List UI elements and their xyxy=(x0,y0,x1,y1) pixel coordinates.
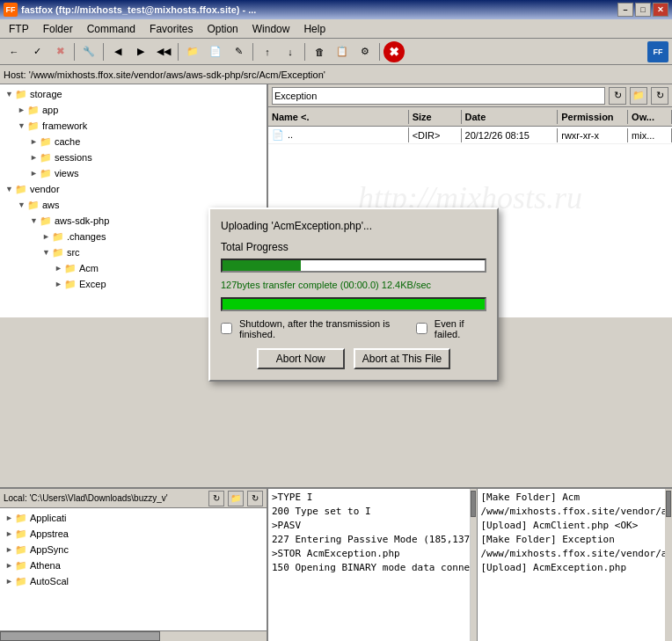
local-path-bar: Local: 'C:\Users\Vlad\Downloads\buzzy_v'… xyxy=(0,489,267,508)
bottom-local-tree[interactable]: ►📁Applicati►📁Appstrea►📁AppSync►📁Athena►📁… xyxy=(0,508,267,630)
file-size-parent: <DIR> xyxy=(409,128,462,142)
file-list-header: Name <. Size Date Permission Ow... xyxy=(268,107,672,127)
toolbar: ← ✓ ✖ 🔧 ◀ ▶ ◀◀ 📁 📄 ✎ ↑ ↓ 🗑 📋 ⚙ ✖ FF xyxy=(0,39,672,65)
toolbar-btn-10[interactable]: ↑ xyxy=(257,42,278,62)
toolbar-btn-12[interactable]: 📋 xyxy=(332,42,353,62)
dialog-progress-bar-1 xyxy=(221,259,486,273)
title-bar: FF fastfox (ftp://mixhosts_test@mixhosts… xyxy=(0,0,672,19)
toolbar-btn-9[interactable]: ✎ xyxy=(228,42,249,62)
dialog-uploading-text: Uploading 'AcmException.php'... xyxy=(221,220,486,232)
host-bar: Host: '/www/mixhosts.ffox.site/vendor/aw… xyxy=(0,65,672,84)
remote-header: ↻ 📁 ↻ xyxy=(268,84,672,107)
list-item[interactable]: ►📁Applicati xyxy=(2,510,265,526)
remote-nav-btn2[interactable]: ↻ xyxy=(651,87,668,105)
title-bar-text: fastfox (ftp://mixhosts_test@mixhosts.ff… xyxy=(21,4,256,15)
bottom-hscroll[interactable] xyxy=(0,630,267,641)
log-line: [Make Folder] Acm xyxy=(481,491,662,505)
toolbar-sep-4 xyxy=(252,43,253,61)
upload-dialog: Uploading 'AcmException.php'... Total Pr… xyxy=(208,208,499,382)
file-date-parent: 20/12/26 08:15 xyxy=(462,128,559,142)
remote-path-input[interactable] xyxy=(272,87,605,105)
menu-command[interactable]: Command xyxy=(80,21,142,37)
even-if-failed-label: Even if failed. xyxy=(435,318,486,339)
toolbar-btn-del[interactable]: 🗑 xyxy=(309,42,330,62)
log-line: >TYPE I xyxy=(272,491,466,505)
maximize-button[interactable]: □ xyxy=(635,3,651,17)
tree-item[interactable]: ▼📁framework xyxy=(2,118,265,134)
dialog-total-progress-label: Total Progress xyxy=(221,241,486,253)
progress-fill-1 xyxy=(223,260,301,271)
log-line: [Make Folder] Exception xyxy=(481,533,662,547)
even-if-failed-checkbox[interactable] xyxy=(416,323,427,334)
bottom-log-right: [Make Folder] Acm/www/mixhosts.ffox.site… xyxy=(478,489,666,641)
bottom-log-left: >TYPE I200 Type set to I>PASV227 Enterin… xyxy=(268,489,471,641)
toolbar-btn-5[interactable]: ▶ xyxy=(130,42,151,62)
tree-item[interactable]: ▼📁vendor xyxy=(2,181,265,197)
dialog-transfer-status: 127bytes transfer complete (00:00.0) 12.… xyxy=(221,280,486,290)
dialog-buttons: Abort Now Abort at This File xyxy=(221,348,486,369)
local-nav-btn2[interactable]: ↻ xyxy=(247,491,263,506)
file-row-parent[interactable]: 📄.. <DIR> 20/12/26 08:15 rwxr-xr-x mix..… xyxy=(268,127,672,144)
list-item[interactable]: ►📁AutoScal xyxy=(2,573,265,589)
file-owner-parent: mix... xyxy=(628,128,672,142)
stop-button[interactable]: ✖ xyxy=(383,41,405,62)
log-line: 227 Entering Passive Mode (185,137,235,1… xyxy=(272,533,466,547)
shutdown-checkbox[interactable] xyxy=(221,323,232,334)
list-item[interactable]: ►📁Appstrea xyxy=(2,526,265,542)
log-line: 200 Type set to I xyxy=(272,505,466,519)
file-name-parent: 📄.. xyxy=(268,127,409,142)
menu-option[interactable]: Option xyxy=(200,21,245,37)
col-header-owner[interactable]: Ow... xyxy=(628,110,672,124)
minimize-button[interactable]: – xyxy=(617,3,633,17)
title-bar-left: FF fastfox (ftp://mixhosts_test@mixhosts… xyxy=(4,3,256,17)
menu-ftp[interactable]: FTP xyxy=(2,21,36,37)
toolbar-btn-x[interactable]: ✖ xyxy=(49,42,70,62)
col-header-name[interactable]: Name <. xyxy=(268,110,409,124)
local-nav-btn1[interactable]: 📁 xyxy=(228,491,244,506)
menu-folder[interactable]: Folder xyxy=(36,21,80,37)
close-button[interactable]: ✕ xyxy=(653,3,668,17)
bottom-local-panel: Local: 'C:\Users\Vlad\Downloads\buzzy_v'… xyxy=(0,487,268,641)
local-refresh-btn[interactable]: ↻ xyxy=(208,491,224,506)
log-line: [Upload] AcmClient.php <OK> xyxy=(481,519,662,533)
host-label: Host: '/www/mixhosts.ffox.site/vendor/aw… xyxy=(4,69,325,80)
tree-item[interactable]: ►📁sessions xyxy=(2,149,265,165)
shutdown-label: Shutdown, after the transmission is fini… xyxy=(239,318,409,339)
toolbar-btn-7[interactable]: 📁 xyxy=(182,42,203,62)
toolbar-btn-13[interactable]: ⚙ xyxy=(354,42,376,62)
col-header-perm[interactable]: Permission xyxy=(558,110,628,124)
tree-item[interactable]: ►📁cache xyxy=(2,134,265,149)
toolbar-sep-6 xyxy=(379,43,380,61)
menu-favorites[interactable]: Favorites xyxy=(142,21,200,37)
list-item[interactable]: ►📁Athena xyxy=(2,557,265,573)
log-line: >PASV xyxy=(272,519,466,533)
remote-nav-btn1[interactable]: 📁 xyxy=(630,87,647,105)
log-scrollbar-right[interactable] xyxy=(665,489,672,641)
log-line: /www/mixhosts.ffox.site/vendor/a xyxy=(481,547,662,561)
tree-item[interactable]: ►📁app xyxy=(2,102,265,118)
title-bar-controls: – □ ✕ xyxy=(617,3,668,17)
menu-bar: FTP Folder Command Favorites Option Wind… xyxy=(0,19,672,39)
toolbar-sep-2 xyxy=(103,43,104,61)
remote-refresh-btn[interactable]: ↻ xyxy=(609,87,626,105)
tree-item[interactable]: ►📁views xyxy=(2,165,265,181)
dialog-progress-bar-2 xyxy=(221,297,486,311)
local-path-label: Local: 'C:\Users\Vlad\Downloads\buzzy_v' xyxy=(4,493,205,503)
watermark: http://mixhosts.ru xyxy=(268,144,672,216)
toolbar-btn-1[interactable]: ← xyxy=(4,42,25,62)
toolbar-btn-3[interactable]: 🔧 xyxy=(78,42,99,62)
toolbar-btn-4[interactable]: ◀ xyxy=(107,42,128,62)
list-item[interactable]: ►📁AppSync xyxy=(2,542,265,557)
menu-help[interactable]: Help xyxy=(296,21,332,37)
col-header-size[interactable]: Size xyxy=(409,110,462,124)
log-scrollbar-left[interactable] xyxy=(471,489,478,641)
toolbar-btn-6[interactable]: ◀◀ xyxy=(153,42,174,62)
menu-window[interactable]: Window xyxy=(245,21,297,37)
toolbar-btn-8[interactable]: 📄 xyxy=(205,42,226,62)
abort-now-button[interactable]: Abort Now xyxy=(257,348,345,369)
toolbar-btn-2[interactable]: ✓ xyxy=(26,42,47,62)
col-header-date[interactable]: Date xyxy=(462,110,559,124)
abort-at-this-file-button[interactable]: Abort at This File xyxy=(354,348,450,369)
tree-item[interactable]: ▼📁storage xyxy=(2,86,265,102)
toolbar-btn-11[interactable]: ↓ xyxy=(280,42,301,62)
